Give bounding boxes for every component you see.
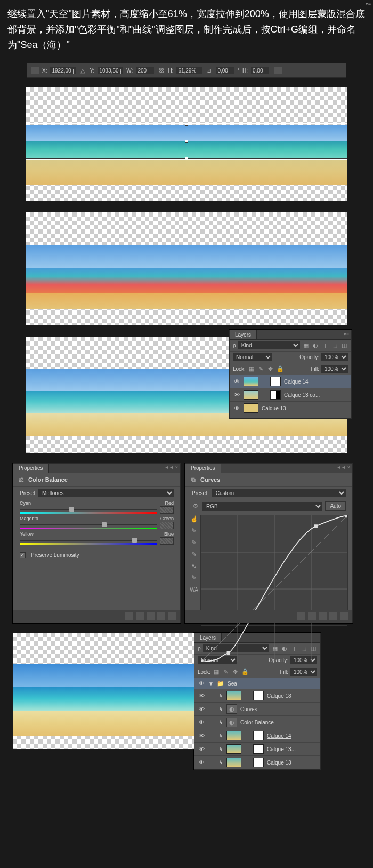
cb-slider[interactable]: [20, 507, 157, 512]
transform-box[interactable]: [26, 124, 347, 159]
interpolation-icon[interactable]: [274, 67, 282, 74]
layer-item[interactable]: 👁 ↳ Calque 13: [194, 756, 320, 769]
view-prev-icon[interactable]: [308, 612, 316, 620]
toggle-vis-icon[interactable]: [329, 612, 337, 620]
filter-type-icon[interactable]: T: [321, 342, 329, 349]
handle-tc[interactable]: [185, 123, 188, 126]
value-box[interactable]: [160, 522, 174, 529]
preset-select[interactable]: Custom: [212, 489, 346, 497]
layer-item[interactable]: 👁 ↳ Calque 13...: [194, 743, 320, 756]
filter-shape-icon[interactable]: ⬚: [331, 342, 338, 349]
reset-icon[interactable]: [319, 612, 327, 620]
cb-slider[interactable]: [20, 538, 157, 543]
clip-icon[interactable]: [297, 612, 305, 620]
reset-icon[interactable]: [147, 612, 155, 620]
layer-item[interactable]: 👁 Calque 13: [230, 402, 351, 415]
tone-select[interactable]: Midtones: [38, 489, 174, 497]
h-input[interactable]: [176, 67, 202, 74]
curve-graph[interactable]: [200, 515, 348, 611]
layer-name[interactable]: Calque 18: [267, 693, 317, 699]
handle-bc[interactable]: [185, 157, 188, 160]
layer-mask[interactable]: [253, 691, 264, 700]
layer-item[interactable]: 👁 ▼📁 Sea: [194, 678, 320, 689]
hskew-input[interactable]: [251, 67, 269, 74]
toggle-vis-icon[interactable]: [157, 612, 165, 620]
opacity-select[interactable]: 100%: [321, 353, 348, 361]
panel-menu-icon[interactable]: ▾≡: [344, 331, 349, 337]
layer-name[interactable]: Color Balance: [240, 720, 317, 726]
sample-black-icon[interactable]: ✎: [190, 527, 198, 535]
fill-select[interactable]: 100%: [290, 668, 317, 676]
y-input[interactable]: [98, 67, 123, 74]
properties-tab[interactable]: Properties: [185, 464, 221, 473]
value-box[interactable]: [160, 506, 174, 514]
blend-mode-select[interactable]: Normal: [233, 353, 272, 361]
value-box[interactable]: [160, 537, 174, 545]
properties-tab[interactable]: Properties: [13, 464, 49, 473]
layer-name[interactable]: Curves: [240, 706, 317, 712]
layer-item[interactable]: 👁 ↳◐ Curves: [194, 703, 320, 716]
layer-name[interactable]: Sea: [228, 681, 317, 687]
layer-mask[interactable]: [253, 731, 264, 740]
layer-name[interactable]: Calque 14: [284, 379, 348, 385]
lock-all-icon[interactable]: 🔒: [241, 668, 249, 676]
clip-icon[interactable]: [125, 612, 133, 620]
handle-center[interactable]: [185, 140, 188, 143]
visibility-icon[interactable]: 👁: [198, 759, 205, 766]
layer-item[interactable]: 👁 ↳ Calque 18: [194, 689, 320, 703]
panel-collapse-icon[interactable]: ◄◄ ×: [336, 465, 350, 470]
layer-name[interactable]: Calque 14: [267, 733, 317, 739]
visibility-icon[interactable]: 👁: [198, 719, 205, 726]
layer-name[interactable]: Calque 13: [262, 405, 348, 411]
delete-icon[interactable]: [340, 612, 348, 620]
visibility-icon[interactable]: 👁: [198, 732, 205, 739]
filter-adjust-icon[interactable]: ◐: [312, 342, 319, 349]
disclosure-icon[interactable]: ▼: [208, 681, 214, 687]
x-input[interactable]: [50, 67, 76, 74]
panel-collapse-icon[interactable]: ◄◄ ×: [164, 465, 178, 470]
visibility-icon[interactable]: 👁: [198, 746, 205, 752]
draw-curve-icon[interactable]: ✎: [190, 574, 198, 582]
visibility-icon[interactable]: 👁: [198, 692, 205, 699]
cb-slider[interactable]: [20, 522, 157, 528]
w-input[interactable]: [136, 67, 154, 74]
visibility-icon[interactable]: 👁: [233, 392, 240, 398]
sample-white-icon[interactable]: ✎: [190, 550, 198, 559]
filter-kind-select[interactable]: Kind: [238, 341, 300, 349]
fill-select[interactable]: 100%: [321, 365, 348, 373]
link-icon[interactable]: ⛓: [157, 67, 165, 74]
panel-menu-icon[interactable]: ▾≡: [366, 1, 371, 6]
filter-pixel-icon[interactable]: ▦: [302, 342, 310, 349]
visibility-icon[interactable]: 👁: [198, 680, 205, 687]
layers-tab[interactable]: Layers: [230, 330, 257, 339]
layer-mask[interactable]: [270, 377, 281, 386]
layer-mask[interactable]: [270, 390, 281, 400]
preserve-lum-checkbox[interactable]: [20, 552, 26, 558]
visibility-icon[interactable]: 👁: [233, 378, 240, 385]
visibility-icon[interactable]: 👁: [198, 706, 205, 712]
layer-item[interactable]: 👁 ↳ Calque 14: [194, 729, 320, 743]
visibility-icon[interactable]: 👁: [233, 405, 240, 411]
filter-smart-icon[interactable]: ◫: [340, 342, 348, 349]
smooth-icon[interactable]: WA: [190, 585, 198, 594]
layer-mask[interactable]: [253, 758, 264, 767]
channel-select[interactable]: RGB: [202, 502, 322, 511]
layer-name[interactable]: Calque 13: [267, 760, 317, 766]
lock-trans-icon[interactable]: ▦: [248, 365, 255, 373]
target-adjust-icon[interactable]: ☝: [190, 515, 198, 523]
angle-input[interactable]: [216, 67, 234, 74]
layer-name[interactable]: Calque 13 co...: [284, 392, 348, 398]
layer-name[interactable]: Calque 13...: [267, 746, 317, 752]
lock-pos-icon[interactable]: ✥: [232, 668, 239, 676]
layer-item[interactable]: 👁 Calque 13 co...: [230, 388, 351, 402]
layer-item[interactable]: 👁 Calque 14: [230, 375, 351, 388]
layer-mask[interactable]: [253, 744, 264, 754]
delete-icon[interactable]: [168, 612, 176, 620]
sample-gray-icon[interactable]: ✎: [190, 538, 198, 547]
view-prev-icon[interactable]: [136, 612, 144, 620]
lock-trans-icon[interactable]: ▦: [213, 668, 220, 676]
delta-icon[interactable]: △: [79, 67, 86, 74]
edit-points-icon[interactable]: ∿: [190, 562, 198, 570]
lock-paint-icon[interactable]: ✎: [222, 668, 230, 676]
lock-pos-icon[interactable]: ✥: [267, 365, 274, 373]
